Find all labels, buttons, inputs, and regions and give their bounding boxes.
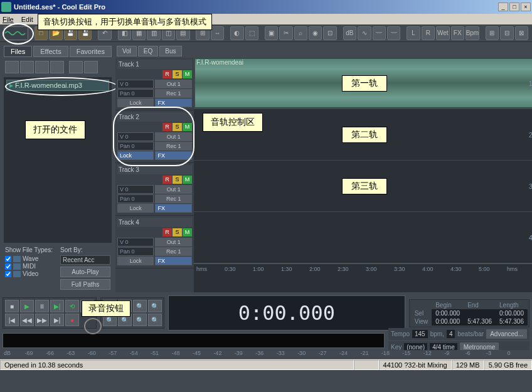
rewind-button[interactable]: ◀◀ xyxy=(20,314,34,326)
record-arm-button[interactable]: R xyxy=(162,228,172,236)
sort-dropdown[interactable]: Recent Acc xyxy=(60,255,110,265)
zoom-sel-button[interactable]: 🔍 xyxy=(148,300,162,312)
panel-button[interactable] xyxy=(20,61,34,73)
stop-button[interactable]: ■ xyxy=(5,300,19,312)
fx-button[interactable]: FX xyxy=(155,204,192,213)
volume-field[interactable]: V 0 xyxy=(117,185,154,194)
panel-button[interactable] xyxy=(84,61,98,73)
rec-input-button[interactable]: Rec 1 xyxy=(155,142,192,151)
mute-button[interactable]: M xyxy=(183,123,192,131)
toggle-track-mode-button[interactable] xyxy=(4,26,28,40)
track-name[interactable]: Track 1 xyxy=(117,60,192,69)
mute-button[interactable]: M xyxy=(183,176,192,184)
tab-favorites[interactable]: Favorites xyxy=(70,46,112,57)
track-name[interactable]: Track 2 xyxy=(117,112,192,122)
mute-button[interactable]: M xyxy=(183,70,192,78)
tool-button[interactable]: 〰 xyxy=(387,26,400,40)
pan-field[interactable]: Pan 0 xyxy=(117,142,154,151)
tool-button[interactable]: ⊡ xyxy=(323,26,336,40)
lock-button[interactable]: Lock xyxy=(117,257,154,265)
maximize-button[interactable]: □ xyxy=(509,3,519,11)
tool-wet-button[interactable]: Wet xyxy=(436,26,449,40)
tool-l-button[interactable]: L xyxy=(407,26,420,40)
zoom-full-button[interactable]: 🔍 xyxy=(133,300,147,312)
close-button[interactable]: × xyxy=(521,3,531,11)
rec-input-button[interactable]: Rec 1 xyxy=(155,89,192,98)
fx-button[interactable]: FX xyxy=(155,98,192,107)
lock-button[interactable]: Lock xyxy=(117,204,154,213)
sel-length[interactable]: 0:00.000 xyxy=(496,309,528,317)
lock-button[interactable]: Lock xyxy=(117,98,154,107)
solo-button[interactable]: S xyxy=(173,70,182,78)
tool-button[interactable]: ▣ xyxy=(265,26,278,40)
fx-button[interactable]: FX xyxy=(155,257,192,265)
panel-button[interactable] xyxy=(69,61,83,73)
track-lane[interactable]: F.I.R-womendeai 第一轨 1 xyxy=(194,58,532,109)
wave-checkbox[interactable] xyxy=(5,256,11,262)
view-end[interactable]: 5:47.306 xyxy=(464,317,496,326)
record-button[interactable]: ● xyxy=(65,314,79,326)
sel-begin[interactable]: 0:00.000 xyxy=(432,309,464,317)
record-arm-button[interactable]: R xyxy=(162,123,172,131)
tab-bus[interactable]: Bus xyxy=(159,46,181,56)
tab-effects[interactable]: Effects xyxy=(33,46,68,57)
solo-button[interactable]: S xyxy=(173,228,182,236)
pan-field[interactable]: Pan 0 xyxy=(117,194,154,203)
panel-button[interactable] xyxy=(50,61,64,73)
output-button[interactable]: Out 1 xyxy=(155,238,192,246)
tool-button[interactable]: ∿ xyxy=(358,26,371,40)
track-lane[interactable]: 第三轨 3 xyxy=(194,161,532,212)
tool-button[interactable]: ⊞ xyxy=(486,26,499,40)
output-button[interactable]: Out 1 xyxy=(155,132,192,141)
video-checkbox[interactable] xyxy=(5,271,11,277)
output-button[interactable]: Out 1 xyxy=(155,80,192,88)
lock-button[interactable]: Lock xyxy=(117,151,154,160)
view-length[interactable]: 5:47.306 xyxy=(496,317,528,326)
tool-button[interactable]: ◉ xyxy=(309,26,322,40)
record-arm-button[interactable]: R xyxy=(162,176,172,184)
solo-button[interactable]: S xyxy=(173,123,182,131)
autoplay-button[interactable]: Auto-Play xyxy=(60,267,110,277)
tool-r-button[interactable]: R xyxy=(422,26,435,40)
tab-eq[interactable]: EQ xyxy=(138,46,158,56)
tool-button[interactable]: ⊠ xyxy=(515,26,528,40)
pause-button[interactable]: ⏸ xyxy=(35,300,49,312)
tab-files[interactable]: Files xyxy=(4,46,32,57)
rec-input-button[interactable]: Rec 1 xyxy=(155,247,192,256)
mute-button[interactable]: M xyxy=(183,228,192,236)
loop-button[interactable]: ⟲ xyxy=(65,300,79,312)
track-name[interactable]: Track 3 xyxy=(117,165,192,174)
tool-button[interactable]: ⌕ xyxy=(294,26,307,40)
zoom-right-button[interactable]: 🔍 xyxy=(148,314,162,326)
pan-field[interactable]: Pan 0 xyxy=(117,247,154,256)
tool-button[interactable]: ⬚ xyxy=(245,26,258,40)
sel-end[interactable] xyxy=(464,309,496,317)
track-lane[interactable]: 4 xyxy=(194,212,532,263)
play-button[interactable]: ▶ xyxy=(20,300,34,312)
volume-field[interactable]: V 0 xyxy=(117,132,154,141)
tool-button[interactable]: 〰 xyxy=(373,26,386,40)
track-name[interactable]: Track 4 xyxy=(117,218,192,227)
rec-input-button[interactable]: Rec 1 xyxy=(155,194,192,203)
minimize-button[interactable]: _ xyxy=(498,3,508,11)
pan-field[interactable]: Pan 0 xyxy=(117,89,154,98)
tab-vol[interactable]: Vol xyxy=(117,46,137,56)
volume-field[interactable]: V 0 xyxy=(117,80,154,88)
view-begin[interactable]: 0:00.000 xyxy=(432,317,464,326)
tool-button[interactable]: ✂ xyxy=(279,26,292,40)
solo-button[interactable]: S xyxy=(173,176,182,184)
output-button[interactable]: Out 1 xyxy=(155,185,192,194)
panel-button[interactable] xyxy=(5,61,19,73)
tool-button[interactable]: dB xyxy=(343,26,356,40)
fullpaths-button[interactable]: Full Paths xyxy=(60,279,110,290)
tool-button[interactable]: ↔ xyxy=(211,26,224,40)
record-arm-button[interactable]: R xyxy=(162,70,172,78)
fx-button[interactable]: FX xyxy=(155,151,192,160)
play-to-end-button[interactable]: ▶| xyxy=(50,300,64,312)
midi-checkbox[interactable] xyxy=(5,263,11,270)
beats-value[interactable]: 4 xyxy=(447,330,455,338)
forward-button[interactable]: ▶▶ xyxy=(35,314,49,326)
tool-bpm-button[interactable]: Bpm xyxy=(466,26,479,40)
go-end-button[interactable]: ▶| xyxy=(50,314,64,326)
advanced-button[interactable]: Advanced... xyxy=(486,329,527,339)
